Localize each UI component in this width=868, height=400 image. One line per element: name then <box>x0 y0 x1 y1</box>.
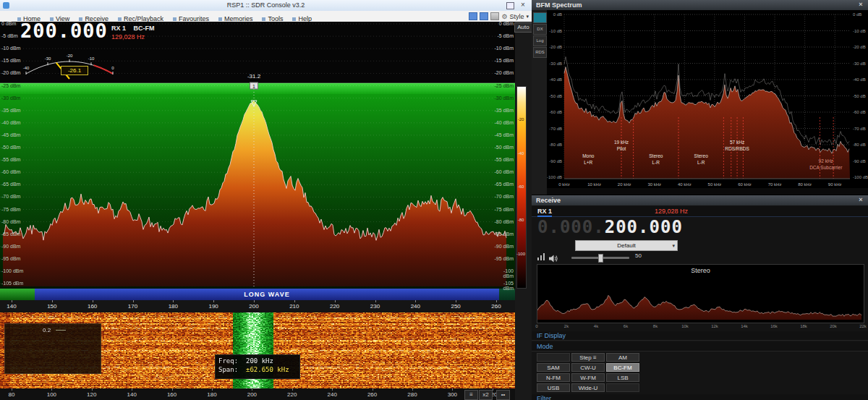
frequency-scale[interactable]: 140150160170180190200210220230240250260 <box>0 300 515 312</box>
mode-button-step[interactable]: Step ≡ <box>571 353 605 362</box>
audio-spectrum-panel: Stereo <box>537 264 864 323</box>
mode-button-n-fm[interactable]: N-FM <box>537 373 570 382</box>
band-bar[interactable]: LONG WAVE <box>0 289 515 300</box>
bfm-db-label: -50 dB <box>853 94 866 98</box>
mode-button-am[interactable]: AM <box>606 353 639 362</box>
dbm-scale-label-right: -30 dBm <box>493 95 514 101</box>
meter-tick-label: -10 <box>88 56 95 61</box>
waterfall-tick-label: 80 <box>4 391 20 398</box>
gear-icon: ⚙ <box>501 13 507 20</box>
mode-button-w-fm[interactable]: W-FM <box>571 373 605 382</box>
freq-tick-label: 260 <box>489 303 503 310</box>
bfm-db-label: -60 dB <box>853 110 866 114</box>
bfm-db-label: -40 dB <box>853 77 866 82</box>
volume-value: 50 <box>635 252 642 259</box>
maximize-icon[interactable] <box>506 2 514 9</box>
waterfall-tick <box>172 388 173 391</box>
mode-button-sam[interactable]: SAM <box>537 363 570 372</box>
bfm-titlebar[interactable]: BFM Spectrum × <box>532 0 868 10</box>
freq-tick <box>254 300 255 302</box>
tab-rx1[interactable]: RX 1 <box>537 208 552 217</box>
panel-layout-icon[interactable] <box>480 12 488 20</box>
close-icon[interactable]: × <box>856 196 865 203</box>
rds-button[interactable]: RDS <box>533 47 547 58</box>
bfm-spectrum-window: BFM Spectrum × DXLogRDS MonoL+R19 kHzPil… <box>532 0 868 195</box>
freq-tick <box>173 300 174 302</box>
chevron-down-icon: ▾ <box>526 14 529 20</box>
overlay-slider[interactable] <box>56 330 66 331</box>
waterfall-more-icon[interactable]: •• <box>496 390 510 400</box>
freq-tick <box>12 300 12 302</box>
close-icon[interactable]: × <box>519 1 527 9</box>
main-frequency-display[interactable]: 200.000 <box>20 20 108 42</box>
main-titlebar[interactable]: RSP1 :: SDR Console v3.2 × <box>0 0 532 12</box>
dbm-scale-label-left: -80 dBm <box>1 219 20 224</box>
freq-tick-label: 240 <box>408 303 422 310</box>
dbm-scale-label-right: -40 dBm <box>493 120 514 125</box>
bfm-plot[interactable]: MonoL+R19 kHzPilotStereoL-RStereoL-R57 k… <box>547 10 868 188</box>
spectrum-view-button[interactable] <box>533 12 547 23</box>
meter-tick-label: -30 <box>45 56 51 61</box>
close-icon[interactable]: × <box>856 1 865 8</box>
section-if-display[interactable]: IF Display <box>532 331 868 341</box>
mode-button-usb[interactable]: USB <box>537 383 570 392</box>
receive-frequency-display[interactable]: 0.000.200.000 <box>537 217 683 237</box>
mode-button-grid: Step ≡AMSAMCW-UBC-FMN-FMW-FMLSBUSBWide-U <box>537 353 642 393</box>
section-mode[interactable]: Mode <box>532 342 868 352</box>
menu-item-icon <box>262 17 265 21</box>
menu-item-icon <box>218 17 222 21</box>
log-button[interactable]: Log <box>533 35 547 46</box>
bfm-db-label: -30 dB <box>853 61 866 66</box>
bfm-db-label: -80 dB <box>549 142 562 147</box>
auto-range-button[interactable]: Auto <box>514 22 532 33</box>
freq-tick <box>415 300 416 302</box>
waterfall-tick <box>132 388 132 391</box>
waterfall-scale[interactable]: 80100120140160180200220240260280300320≡x… <box>0 388 515 400</box>
style-menu[interactable]: Style <box>509 13 524 20</box>
dbm-scale-label-left: 0 dBm <box>1 21 16 26</box>
freq-tick <box>456 300 456 302</box>
dx-button[interactable]: DX <box>533 24 547 35</box>
dbm-scale-label-right: -85 dBm <box>493 231 514 237</box>
waterfall-tick <box>412 388 413 391</box>
mode-button-wide-u[interactable]: Wide-U <box>571 383 605 392</box>
band-segment-left <box>0 289 35 300</box>
mode-button-bc-fm[interactable]: BC-FM <box>606 363 639 372</box>
section-filter[interactable]: Filter <box>532 394 868 400</box>
dbm-scale-label-left: -40 dBm <box>1 120 20 125</box>
dbm-scale-label-left: -10 dBm <box>1 46 20 51</box>
mode-button-cw-u[interactable]: CW-U <box>571 363 605 372</box>
meter-tick-label: 0 <box>111 66 114 70</box>
step-menu-icon: ≡ <box>592 354 597 361</box>
bfm-freq-label: 50 kHz <box>708 182 722 187</box>
dbm-scale-label-left: -65 dBm <box>1 182 20 187</box>
waterfall-options-icon[interactable]: ≡ <box>464 390 478 400</box>
receive-window-title: Receive <box>536 197 561 204</box>
waterfall-tick <box>92 388 93 391</box>
dbm-scale-label-right: -100 dBm <box>493 268 514 278</box>
grid-view-icon[interactable] <box>490 12 499 20</box>
band-label[interactable]: LONG WAVE <box>35 289 499 300</box>
audio-tick-label: 22k <box>856 324 868 328</box>
waterfall-overlay-panel[interactable]: 0.2 <box>4 323 101 374</box>
freq-tick-label: 140 <box>4 303 19 310</box>
rx-offset: 129,028 Hz <box>111 33 145 41</box>
panel-layout-icon[interactable] <box>469 12 477 20</box>
mode-button-blank <box>606 383 639 392</box>
rx-header: 200.000 RX 1 BC-FM 129,028 Hz -40-30-20-… <box>10 22 314 84</box>
menu-item-icon <box>173 17 176 21</box>
preset-value: Default <box>617 242 635 249</box>
receive-titlebar[interactable]: Receive × <box>532 195 868 205</box>
preset-dropdown[interactable]: Default ▾ <box>575 240 678 251</box>
waterfall-tick <box>51 388 52 391</box>
bfm-db-label: -30 dB <box>549 61 562 66</box>
mode-button-lsb[interactable]: LSB <box>606 373 639 382</box>
dbm-scale-label-right: -80 dBm <box>493 219 514 224</box>
bfm-db-label: -100 dB <box>547 175 562 179</box>
freq-tick <box>93 300 93 302</box>
dbm-scale-label-left: -25 dBm <box>1 83 20 88</box>
bfm-db-label: -50 dB <box>549 94 562 98</box>
waterfall-zoom-button[interactable]: x2 <box>479 390 493 400</box>
volume-slider-thumb[interactable] <box>598 254 603 263</box>
equalizer-icon[interactable] <box>537 253 546 260</box>
